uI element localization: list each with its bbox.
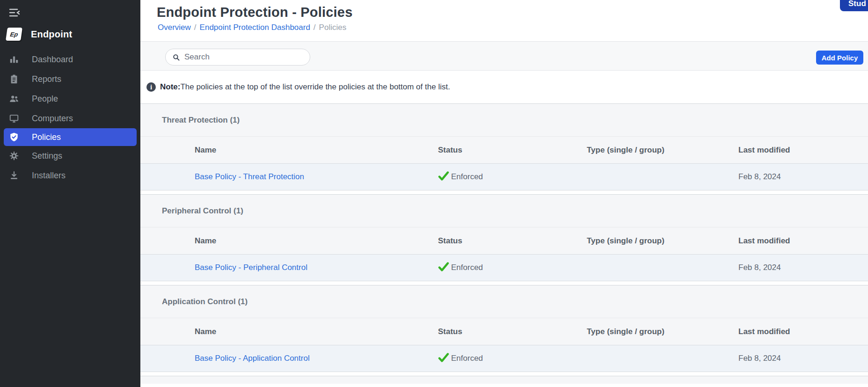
- policy-link-application-control[interactable]: Base Policy - Application Control: [195, 354, 310, 363]
- status-text: Enforced: [451, 263, 483, 272]
- top-right-truncated-button[interactable]: Stud: [840, 0, 868, 11]
- note-text: Note:The policies at the top of the list…: [160, 82, 450, 92]
- shield-check-icon: [8, 131, 20, 143]
- column-header-status: Status: [438, 236, 587, 246]
- note-body: The policies at the top of the list over…: [180, 82, 450, 91]
- column-header-name: Name: [140, 146, 438, 155]
- policy-link-threat-protection[interactable]: Base Policy - Threat Protection: [195, 172, 304, 181]
- search-input[interactable]: [184, 52, 301, 62]
- column-header-last-modified: Last modified: [738, 327, 868, 336]
- sidebar-item-settings[interactable]: Settings: [0, 146, 140, 166]
- policy-section-threat-protection: Threat Protection (1) Name Status Type (…: [140, 103, 868, 194]
- table-row: Base Policy - Peripheral Control Enforce…: [140, 255, 868, 281]
- last-modified-cell: Feb 8, 2024: [738, 354, 868, 363]
- column-header-type: Type (single / group): [587, 146, 738, 155]
- note-prefix: Note:: [160, 82, 180, 91]
- table-row: Base Policy - Threat Protection Enforced…: [140, 164, 868, 190]
- note-bar: i Note:The policies at the top of the li…: [140, 71, 868, 103]
- status-cell: Enforced: [438, 172, 587, 182]
- breadcrumb-separator: /: [310, 23, 319, 32]
- last-modified-cell: Feb 8, 2024: [738, 263, 868, 272]
- sidebar-item-label: Dashboard: [32, 55, 73, 65]
- column-header-name: Name: [140, 327, 438, 336]
- sidebar-item-label: Settings: [32, 151, 62, 161]
- status-cell: Enforced: [438, 354, 587, 363]
- sidebar: Ep Endpoint Dashboard Reports People: [0, 0, 140, 387]
- column-header-status: Status: [438, 146, 587, 155]
- search-box[interactable]: [165, 49, 310, 66]
- table-header-row: Name Status Type (single / group) Last m…: [140, 137, 868, 164]
- column-header-status: Status: [438, 327, 587, 336]
- add-policy-button[interactable]: Add Policy: [816, 51, 863, 65]
- partial-next-section-header: [140, 376, 868, 384]
- app-title: Endpoint: [31, 29, 72, 40]
- gear-icon: [8, 150, 20, 161]
- sidebar-item-label: Reports: [32, 74, 61, 84]
- sidebar-item-installers[interactable]: Installers: [0, 166, 140, 185]
- status-cell: Enforced: [438, 263, 587, 272]
- sidebar-item-reports[interactable]: Reports: [0, 69, 140, 89]
- app-logo-row: Ep Endpoint: [7, 26, 140, 42]
- section-title: Application Control (1): [140, 285, 868, 318]
- sidebar-item-label: Computers: [32, 114, 73, 124]
- sidebar-item-people[interactable]: People: [0, 89, 140, 109]
- sidebar-item-label: Policies: [32, 132, 61, 142]
- section-title: Peripheral Control (1): [140, 195, 868, 227]
- monitor-icon: [8, 113, 20, 124]
- enforced-check-icon: [438, 262, 449, 272]
- download-icon: [8, 170, 20, 181]
- status-text: Enforced: [451, 354, 483, 363]
- enforced-check-icon: [438, 353, 449, 363]
- endpoint-logo-icon: Ep: [6, 28, 22, 41]
- section-title: Threat Protection (1): [140, 104, 868, 137]
- policy-link-peripheral-control[interactable]: Base Policy - Peripheral Control: [195, 263, 307, 272]
- page-header: Endpoint Protection - Policies Overview/…: [140, 0, 868, 42]
- people-icon: [8, 93, 20, 104]
- column-header-last-modified: Last modified: [738, 146, 868, 155]
- column-header-type: Type (single / group): [587, 327, 738, 336]
- endpoint-console: Ep Endpoint Dashboard Reports People: [0, 0, 868, 387]
- table-row: Base Policy - Application Control Enforc…: [140, 345, 868, 372]
- breadcrumb-separator: /: [191, 23, 200, 32]
- enforced-check-icon: [438, 171, 449, 181]
- page-title: Endpoint Protection - Policies: [140, 0, 868, 20]
- sidebar-item-label: People: [32, 94, 58, 104]
- breadcrumb-current: Policies: [319, 23, 347, 32]
- breadcrumb: Overview/Endpoint Protection Dashboard/P…: [140, 20, 868, 32]
- bar-chart-icon: [8, 54, 20, 65]
- status-text: Enforced: [451, 172, 483, 182]
- info-icon: i: [146, 82, 156, 92]
- breadcrumb-overview[interactable]: Overview: [158, 23, 191, 32]
- column-header-name: Name: [140, 236, 438, 246]
- table-header-row: Name Status Type (single / group) Last m…: [140, 227, 868, 255]
- policy-section-peripheral-control: Peripheral Control (1) Name Status Type …: [140, 194, 868, 285]
- policy-section-application-control: Application Control (1) Name Status Type…: [140, 285, 868, 376]
- sidebar-nav: Dashboard Reports People Computers: [0, 50, 140, 185]
- column-header-last-modified: Last modified: [738, 236, 868, 246]
- sidebar-collapse-icon[interactable]: [8, 7, 22, 19]
- last-modified-cell: Feb 8, 2024: [738, 172, 868, 182]
- breadcrumb-endpoint-dashboard[interactable]: Endpoint Protection Dashboard: [200, 23, 310, 32]
- sidebar-item-label: Installers: [32, 171, 66, 181]
- main-content: Endpoint Protection - Policies Overview/…: [140, 0, 868, 387]
- column-header-type: Type (single / group): [587, 236, 738, 246]
- search-icon: [172, 53, 180, 61]
- sidebar-item-computers[interactable]: Computers: [0, 109, 140, 128]
- table-header-row: Name Status Type (single / group) Last m…: [140, 318, 868, 345]
- sidebar-item-dashboard[interactable]: Dashboard: [0, 50, 140, 69]
- sidebar-item-policies[interactable]: Policies: [4, 128, 137, 146]
- policies-toolbar: Add Policy: [140, 42, 868, 71]
- clipboard-icon: [8, 73, 20, 85]
